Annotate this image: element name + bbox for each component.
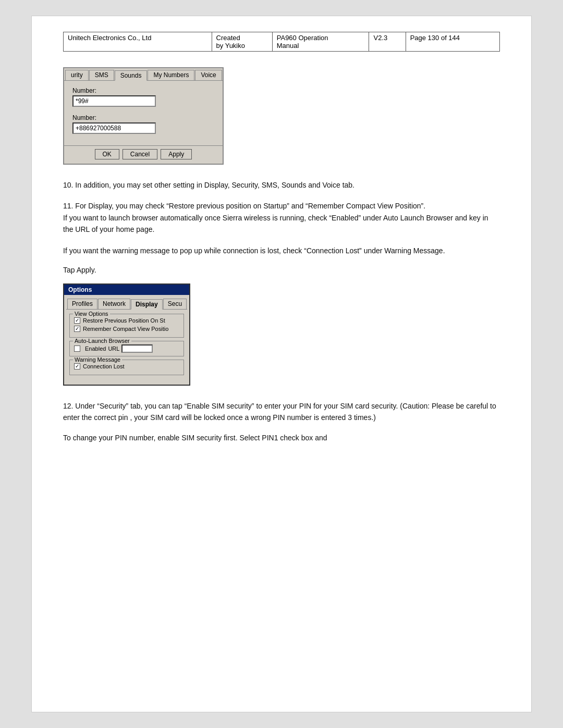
paragraph-1: 10. In addition, you may set other setti… <box>63 179 500 191</box>
options-dialog-screenshot: Options Profiles Network Display Secu Vi… <box>63 283 190 386</box>
warning-message-group: Warning Message Connection Lost <box>69 360 184 375</box>
input-number1[interactable] <box>72 95 156 107</box>
created-cell: Created by Yukiko <box>212 32 272 52</box>
options-body: Profiles Network Display Secu View Optio… <box>64 295 189 385</box>
restore-position-checkbox[interactable] <box>74 317 80 324</box>
options-content: View Options Restore Previous Position O… <box>66 310 187 382</box>
enabled-checkbox[interactable] <box>74 346 80 352</box>
options-tab-profiles[interactable]: Profiles <box>67 299 97 309</box>
tab-sounds[interactable]: Sounds <box>115 70 148 81</box>
remember-compact-text: Remember Compact View Positio <box>83 326 168 332</box>
options-titlebar: Options <box>64 285 189 295</box>
paragraph-3: If you want the warning message to pop u… <box>63 245 500 256</box>
dialog1-tabs: urity SMS Sounds My Numbers Voice <box>64 68 223 81</box>
enabled-label: Enabled <box>85 346 106 352</box>
tab-sms[interactable]: SMS <box>89 70 114 80</box>
version-cell: V2.3 <box>369 32 406 52</box>
field-number1: Number: <box>72 87 214 107</box>
dialog1-screenshot: urity SMS Sounds My Numbers Voice Number… <box>63 67 224 165</box>
label-number2: Number: <box>72 114 214 121</box>
product-cell: PA960 Operation Manual <box>272 32 369 52</box>
apply-button[interactable]: Apply <box>161 149 192 159</box>
remember-compact-row: Remember Compact View Positio <box>74 326 179 332</box>
label-number1: Number: <box>72 87 214 94</box>
dialog1-buttons: OK Cancel Apply <box>64 145 223 164</box>
header-table: Unitech Electronics Co., Ltd Created by … <box>63 32 500 52</box>
restore-position-row: Restore Previous Position On St <box>74 317 179 324</box>
options-tabs: Profiles Network Display Secu <box>66 297 187 310</box>
bottom-paragraph-2: To change your PIN number, enable SIM se… <box>63 432 500 443</box>
input-number2[interactable] <box>72 122 156 134</box>
url-label: URL <box>108 346 119 352</box>
auto-launch-label: Auto-Launch Browser <box>73 338 131 344</box>
options-tab-display[interactable]: Display <box>131 299 163 310</box>
restore-position-text: Restore Previous Position On St <box>83 317 165 324</box>
view-options-group: View Options Restore Previous Position O… <box>69 314 184 338</box>
cancel-button[interactable]: Cancel <box>123 149 157 159</box>
bottom-paragraph-1: 12. Under “Security” tab, you can tap “E… <box>63 400 500 424</box>
company-cell: Unitech Electronics Co., Ltd <box>64 32 212 52</box>
auto-launch-group: Auto-Launch Browser Enabled URL <box>69 341 184 356</box>
warning-message-label: Warning Message <box>73 356 122 363</box>
tap-apply-text: Tap Apply. <box>63 266 500 274</box>
page-cell: Page 130 of 144 <box>406 32 499 52</box>
remember-compact-checkbox[interactable] <box>74 326 80 332</box>
auto-launch-row: Enabled URL <box>74 344 179 353</box>
connection-lost-checkbox[interactable] <box>74 363 80 369</box>
tab-my-numbers[interactable]: My Numbers <box>148 70 194 80</box>
options-tab-secu[interactable]: Secu <box>163 299 187 309</box>
ok-button[interactable]: OK <box>95 149 119 159</box>
connection-lost-text: Connection Lost <box>83 363 125 369</box>
options-tab-network[interactable]: Network <box>98 299 130 309</box>
page: Unitech Electronics Co., Ltd Created by … <box>31 16 532 712</box>
tab-voice[interactable]: Voice <box>195 70 222 80</box>
tab-urity[interactable]: urity <box>65 70 89 80</box>
field-number2: Number: <box>72 114 214 134</box>
view-options-label: View Options <box>73 311 110 317</box>
paragraph-2: 11. For Display, you may check “Restore … <box>63 200 500 235</box>
connection-lost-row: Connection Lost <box>74 363 179 369</box>
dialog1-body: Number: Number: <box>64 81 223 145</box>
url-input[interactable] <box>121 344 153 353</box>
